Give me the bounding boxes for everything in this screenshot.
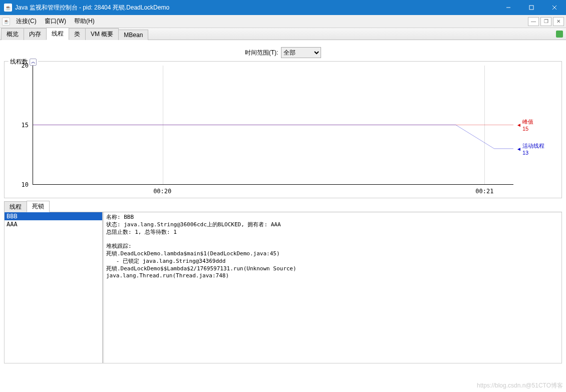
window-title: Java 监视和管理控制台 - pid: 28404 死锁.DeadLockDe… — [15, 4, 497, 12]
window-maximize-button[interactable] — [520, 0, 543, 15]
menu-help[interactable]: 帮助(H) — [70, 16, 99, 27]
deadlock-panel: BBBAAA 名称: BBB 状态: java.lang.String@3600… — [4, 212, 562, 363]
thread-count-chart-group: 线程数 ︽ 101520 ◄峰值15◄活动线程13 00:2000:21 — [4, 61, 562, 198]
java-icon: ☕ — [2, 18, 10, 26]
tab-vm-summary[interactable]: VM 概要 — [85, 28, 119, 40]
tab-memory[interactable]: 内存 — [24, 28, 47, 40]
thread-list-item[interactable]: AAA — [5, 220, 102, 228]
y-tick: 20 — [22, 62, 29, 69]
menu-window[interactable]: 窗口(W) — [41, 16, 70, 27]
time-range-label: 时间范围(T): — [245, 49, 278, 57]
menu-connect[interactable]: 连接(C) — [12, 16, 41, 27]
tab-overview[interactable]: 概览 — [1, 28, 24, 40]
subtab-threads[interactable]: 线程 — [4, 201, 27, 212]
time-range-select[interactable]: 全部 — [281, 47, 321, 58]
series-label: ◄峰值15 — [516, 118, 533, 132]
y-tick: 15 — [22, 122, 29, 129]
deadlock-thread-list[interactable]: BBBAAA — [5, 212, 103, 363]
tab-threads[interactable]: 线程 — [46, 28, 69, 40]
inner-close-button[interactable]: ✕ — [553, 17, 564, 26]
thread-count-chart: 101520 ◄峰值15◄活动线程13 00:2000:21 — [7, 66, 559, 196]
tab-classes[interactable]: 类 — [69, 28, 86, 40]
svg-rect-1 — [529, 6, 533, 10]
time-range-row: 时间范围(T): 全部 — [3, 45, 563, 60]
main-tabs: 概览 内存 线程 类 VM 概要 MBean — [0, 28, 566, 40]
java-icon: ☕ — [4, 4, 12, 12]
thread-list-item[interactable]: BBB — [5, 212, 102, 220]
connection-status-icon — [556, 31, 563, 38]
thread-subtabs: 线程 死锁 — [4, 201, 562, 212]
window-close-button[interactable] — [543, 0, 566, 15]
window-titlebar: ☕ Java 监视和管理控制台 - pid: 28404 死锁.DeadLock… — [0, 0, 566, 15]
series-label: ◄活动线程13 — [516, 142, 544, 156]
menubar: ☕ 连接(C) 窗口(W) 帮助(H) — ❐ ✕ — [0, 15, 566, 28]
x-tick: 00:21 — [475, 188, 493, 195]
x-tick: 00:20 — [153, 188, 171, 195]
y-tick: 10 — [22, 181, 29, 188]
thread-detail-pane: 名称: BBB 状态: java.lang.String@36006cdc上的B… — [103, 212, 561, 363]
inner-restore-button[interactable]: ❐ — [540, 17, 551, 26]
subtab-deadlock[interactable]: 死锁 — [27, 201, 50, 212]
inner-minimize-button[interactable]: — — [528, 17, 539, 26]
tab-mbean[interactable]: MBean — [118, 30, 148, 40]
window-minimize-button[interactable] — [497, 0, 520, 15]
chevron-up-icon[interactable]: ︽ — [30, 59, 37, 66]
watermark: https://blog.csdn.n@51CTO博客 — [477, 381, 563, 390]
